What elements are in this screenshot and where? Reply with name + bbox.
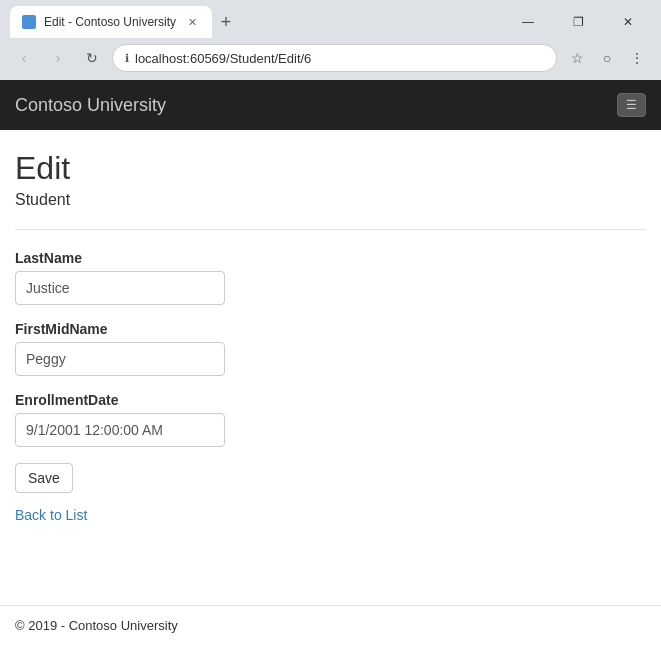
main-content: Edit Student LastName FirstMidName Enrol…: [0, 130, 661, 585]
back-to-list-link[interactable]: Back to List: [15, 507, 87, 523]
page-subheading: Student: [15, 191, 646, 209]
tab-title: Edit - Contoso University: [44, 15, 176, 29]
footer: © 2019 - Contoso University: [0, 606, 661, 645]
profile-icon[interactable]: ○: [593, 44, 621, 72]
browser-toolbar: ☆ ○ ⋮: [563, 44, 651, 72]
last-name-input[interactable]: [15, 271, 225, 305]
last-name-group: LastName: [15, 250, 646, 305]
new-tab-button[interactable]: +: [212, 8, 240, 36]
first-mid-name-input[interactable]: [15, 342, 225, 376]
browser-tab[interactable]: Edit - Contoso University ✕: [10, 6, 212, 38]
close-button[interactable]: ✕: [605, 8, 651, 36]
last-name-label: LastName: [15, 250, 646, 266]
minimize-button[interactable]: —: [505, 8, 551, 36]
star-icon[interactable]: ☆: [563, 44, 591, 72]
back-button[interactable]: ‹: [10, 44, 38, 72]
first-mid-name-label: FirstMidName: [15, 321, 646, 337]
page-heading: Edit: [15, 150, 646, 187]
divider: [15, 229, 646, 230]
navbar-brand[interactable]: Contoso University: [15, 95, 166, 116]
lock-icon: ℹ: [125, 52, 129, 65]
enrollment-date-input[interactable]: [15, 413, 225, 447]
tab-favicon: [22, 15, 36, 29]
window-controls: — ❐ ✕: [505, 8, 651, 36]
navbar-toggle[interactable]: ☰: [617, 93, 646, 117]
restore-button[interactable]: ❐: [555, 8, 601, 36]
save-button[interactable]: Save: [15, 463, 73, 493]
footer-text: © 2019 - Contoso University: [15, 618, 178, 633]
forward-button[interactable]: ›: [44, 44, 72, 72]
navbar: Contoso University ☰: [0, 80, 661, 130]
address-bar: ‹ › ↻ ℹ localhost:60569/Student/Edit/6 ☆…: [0, 38, 661, 80]
url-text: localhost:60569/Student/Edit/6: [135, 51, 311, 66]
tab-close-button[interactable]: ✕: [184, 14, 200, 30]
refresh-button[interactable]: ↻: [78, 44, 106, 72]
enrollment-date-label: EnrollmentDate: [15, 392, 646, 408]
url-bar[interactable]: ℹ localhost:60569/Student/Edit/6: [112, 44, 557, 72]
first-mid-name-group: FirstMidName: [15, 321, 646, 376]
enrollment-date-group: EnrollmentDate: [15, 392, 646, 447]
menu-icon[interactable]: ⋮: [623, 44, 651, 72]
